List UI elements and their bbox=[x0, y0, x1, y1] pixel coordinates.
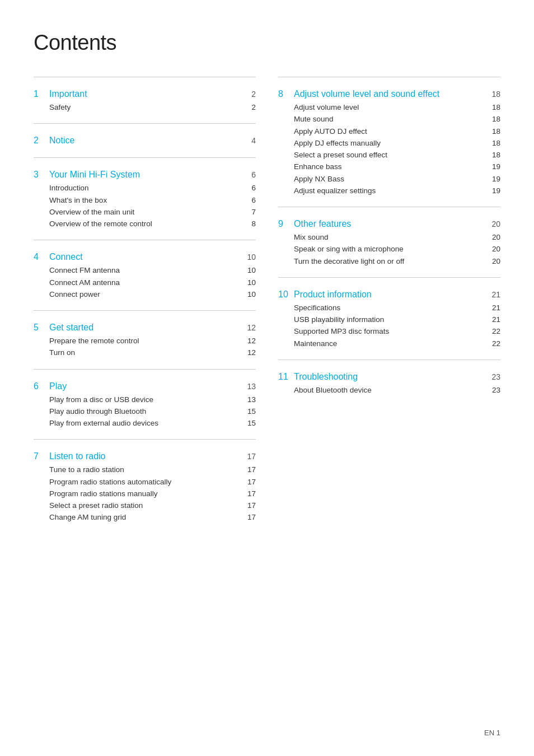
sub-item-row: Connect AM antenna10 bbox=[49, 277, 256, 288]
sub-item-title: Connect power bbox=[49, 289, 100, 300]
sub-item-title: About Bluetooth device bbox=[294, 385, 372, 396]
section-number: 10 bbox=[278, 288, 291, 301]
section-number: 5 bbox=[34, 321, 46, 334]
sub-item-title: Apply NX Bass bbox=[294, 174, 344, 185]
sub-item-title: Overview of the remote control bbox=[49, 218, 152, 230]
sub-item-title: Tune to a radio station bbox=[49, 464, 124, 475]
sub-item-title: Supported MP3 disc formats bbox=[294, 326, 389, 337]
sub-item-title: Program radio stations manually bbox=[49, 488, 158, 500]
sub-item-page: 19 bbox=[487, 174, 500, 185]
sub-item-row: Program radio stations manually17 bbox=[49, 488, 256, 500]
left-column: 1Important2Safety22Notice43Your Mini Hi-… bbox=[34, 77, 256, 534]
section-header-row: 10Product information21 bbox=[278, 283, 500, 301]
section-number: 4 bbox=[34, 250, 46, 264]
sub-item-title: Program radio stations automatically bbox=[49, 477, 171, 488]
section-divider bbox=[34, 439, 256, 440]
sub-item-row: Connect power10 bbox=[49, 289, 256, 300]
sub-item-row: Speak or sing with a microphone20 bbox=[294, 244, 500, 255]
sub-item-row: Play audio through Bluetooth15 bbox=[49, 406, 256, 417]
sub-item-page: 18 bbox=[487, 114, 500, 125]
sub-item-title: Speak or sing with a microphone bbox=[294, 244, 404, 255]
toc-section-1: 1Important2Safety2 bbox=[34, 77, 256, 113]
sub-item-row: Select a preset radio station17 bbox=[49, 500, 256, 511]
sub-item-title: Prepare the remote control bbox=[49, 335, 139, 347]
sub-item-page: 17 bbox=[242, 512, 256, 523]
sub-item-title: Turn on bbox=[49, 347, 75, 358]
sub-item-title: Mix sound bbox=[294, 232, 329, 243]
sub-item-page: 15 bbox=[242, 418, 256, 429]
sub-item-title: Apply DJ effects manually bbox=[294, 138, 381, 149]
section-page: 6 bbox=[242, 169, 256, 181]
section-title: Troubleshooting bbox=[294, 370, 358, 384]
sub-item-title: USB playability information bbox=[294, 314, 384, 325]
sub-item-page: 18 bbox=[487, 102, 500, 113]
section-number: 7 bbox=[34, 450, 46, 463]
sub-item-page: 18 bbox=[487, 138, 500, 149]
sub-item-row: Tune to a radio station17 bbox=[49, 464, 256, 475]
sub-item-title: Play audio through Bluetooth bbox=[49, 406, 146, 417]
section-number: 8 bbox=[278, 87, 291, 101]
sub-item-page: 17 bbox=[242, 464, 256, 475]
sub-item-row: USB playability information21 bbox=[294, 314, 500, 325]
section-title: Get started bbox=[49, 321, 93, 334]
section-header-row: 4Connect10 bbox=[34, 246, 256, 264]
sub-item-page: 12 bbox=[242, 347, 256, 358]
sub-item-title: Introduction bbox=[49, 183, 89, 194]
toc-container: 1Important2Safety22Notice43Your Mini Hi-… bbox=[34, 77, 500, 534]
sub-item-title: Safety bbox=[49, 102, 71, 113]
section-divider bbox=[34, 123, 256, 124]
sub-item-title: Connect FM antenna bbox=[49, 265, 120, 276]
sub-item-title: Play from a disc or USB device bbox=[49, 394, 153, 405]
section-header-row: 9Other features20 bbox=[278, 213, 500, 231]
sub-item-page: 15 bbox=[242, 406, 256, 417]
toc-section-8: 8Adjust volume level and sound effect18A… bbox=[278, 77, 500, 197]
section-divider bbox=[34, 157, 256, 158]
sub-item-page: 20 bbox=[487, 244, 500, 255]
section-page: 17 bbox=[242, 451, 256, 463]
sub-item-page: 13 bbox=[242, 394, 256, 405]
sub-item-page: 8 bbox=[242, 218, 256, 230]
sub-item-page: 19 bbox=[487, 161, 500, 172]
sub-item-row: Overview of the main unit7 bbox=[49, 207, 256, 218]
sub-item-row: What's in the box6 bbox=[49, 195, 256, 206]
sub-item-page: 6 bbox=[242, 183, 256, 194]
section-header-row: 11Troubleshooting23 bbox=[278, 366, 500, 384]
section-title: Play bbox=[49, 380, 67, 393]
sub-item-row: Play from a disc or USB device13 bbox=[49, 394, 256, 405]
sub-item-row: Apply DJ effects manually18 bbox=[294, 138, 500, 149]
toc-section-5: 5Get started12Prepare the remote control… bbox=[34, 310, 256, 359]
sub-item-title: Select a preset radio station bbox=[49, 500, 143, 511]
sub-item-page: 12 bbox=[242, 335, 256, 347]
sub-item-title: Adjust equalizer settings bbox=[294, 185, 376, 197]
section-number: 11 bbox=[278, 370, 291, 384]
section-page: 2 bbox=[242, 88, 256, 100]
section-divider bbox=[278, 77, 500, 77]
toc-section-9: 9Other features20Mix sound20Speak or sin… bbox=[278, 207, 500, 267]
section-number: 9 bbox=[278, 217, 291, 231]
sub-item-page: 22 bbox=[487, 326, 500, 337]
section-divider bbox=[278, 277, 500, 278]
right-column: 8Adjust volume level and sound effect18A… bbox=[278, 77, 500, 534]
sub-item-row: Adjust equalizer settings19 bbox=[294, 185, 500, 197]
footer: EN 1 bbox=[484, 727, 500, 739]
sub-item-row: Maintenance22 bbox=[294, 338, 500, 349]
sub-item-row: Adjust volume level18 bbox=[294, 102, 500, 113]
sub-item-title: Select a preset sound effect bbox=[294, 150, 387, 161]
section-header-row: 3Your Mini Hi-Fi System6 bbox=[34, 164, 256, 181]
sub-item-title: Apply AUTO DJ effect bbox=[294, 126, 367, 137]
toc-section-3: 3Your Mini Hi-Fi System6Introduction6Wha… bbox=[34, 157, 256, 230]
sub-item-row: Prepare the remote control12 bbox=[49, 335, 256, 347]
section-header-row: 1Important2 bbox=[34, 83, 256, 101]
section-title: Adjust volume level and sound effect bbox=[294, 87, 439, 101]
section-page: 23 bbox=[487, 371, 500, 383]
sub-item-row: Enhance bass19 bbox=[294, 161, 500, 172]
sub-item-row: Connect FM antenna10 bbox=[49, 265, 256, 276]
section-header-row: 2Notice4 bbox=[34, 129, 256, 147]
sub-item-row: Turn on12 bbox=[49, 347, 256, 358]
sub-item-page: 17 bbox=[242, 488, 256, 500]
sub-item-page: 20 bbox=[487, 256, 500, 267]
toc-section-10: 10Product information21Specifications21U… bbox=[278, 277, 500, 349]
sub-item-title: Mute sound bbox=[294, 114, 334, 125]
sub-item-page: 21 bbox=[487, 314, 500, 325]
section-title: Product information bbox=[294, 288, 372, 301]
